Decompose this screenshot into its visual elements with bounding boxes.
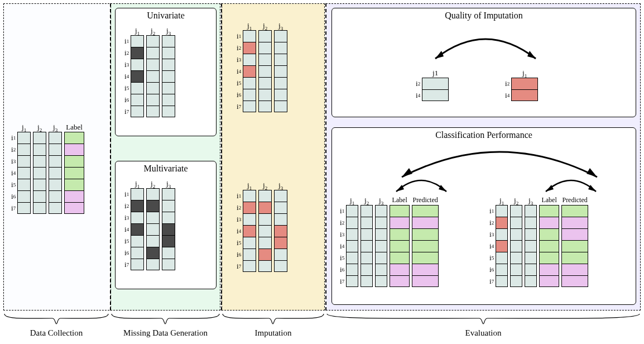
panel-quality-of-imputation: Quality of Imputation i2i4 j1 i2i4 j1: [331, 8, 636, 117]
svg-marker-1: [527, 51, 536, 59]
imputation-table-multivariate: i1i2i3i4i5i6i7 j1 j2 j3: [237, 181, 287, 272]
double-arrow-icon: [540, 174, 602, 196]
brace-icon: [326, 313, 641, 326]
double-arrow-icon: [427, 31, 544, 64]
panel-classification-performance: Classification Performance i1i2i3i4i5i6i…: [331, 127, 636, 305]
panel-title: Quality of Imputation: [332, 8, 636, 23]
col-header: j3: [49, 123, 62, 132]
brace-label: Missing Data Generation: [110, 328, 220, 338]
classification-table-original: i1i2i3i4i5i6i7 j1 j2 j3 Label Predicted: [340, 196, 439, 287]
panel-title: Multivariate: [116, 161, 216, 176]
imputation-table-univariate: i1i2i3i4i5i6i7 j1 j2 j3: [237, 21, 287, 112]
brace-label: Data Collection: [3, 328, 109, 338]
divider: [325, 3, 326, 310]
svg-marker-0: [435, 51, 444, 59]
panel-title: Classification Performance: [332, 128, 636, 142]
brace-icon: [3, 313, 109, 326]
double-arrow-icon: [391, 174, 452, 196]
row-labels: i1i2i3i4i5i6i7: [11, 132, 16, 214]
brace-label: Evaluation: [326, 328, 641, 338]
divider: [110, 3, 111, 310]
brace-label: Imputation: [222, 328, 325, 338]
row-labels: i1i2i3i4i5i6i7: [124, 35, 129, 117]
panel-multivariate: Multivariate i1i2i3i4i5i6i7 j1 j2 j3: [115, 161, 217, 289]
classification-table-imputed: i1i2i3i4i5i6i7 j1 j2 j3 Label Predicted: [489, 196, 588, 287]
brace-icon: [110, 313, 220, 326]
brace-row: Data Collection Missing Data Generation …: [3, 313, 641, 342]
panel-title: Univariate: [116, 8, 216, 23]
divider: [221, 3, 222, 310]
brace-icon: [222, 313, 325, 326]
col-header-label: Label: [64, 123, 84, 132]
panel-univariate: Univariate i1i2i3i4i5i6i7 j1 j2 j3: [115, 8, 217, 136]
data-collection-table: i1i2i3i4i5i6i7 j1 j2 j3 Label: [11, 123, 84, 214]
col-header: j2: [33, 123, 46, 132]
col-header: j1: [17, 123, 31, 132]
